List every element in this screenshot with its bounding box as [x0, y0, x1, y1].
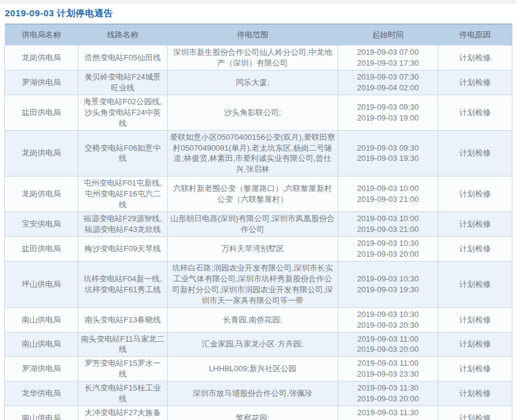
table-row: 盐田供电局梅沙变电站F09天琴线万科天琴湾别墅区2019-09-03 10:30… [5, 237, 512, 262]
reason-cell: 计划检修 [438, 381, 512, 406]
scope-cell: 深圳市新生股份合作公司仙人岭分公司,中龙地产（深圳）有限公司 [168, 46, 338, 71]
time-cell: 2019-09-03 09:302019-09-03 19:30 [338, 130, 438, 177]
end-time: 2019-09-03 20:30 [341, 320, 435, 331]
outage-table: 供电局名称 线路名称 停电范围 起始时间 停电原因 龙岗供电局浩然变电站F05仙… [4, 24, 512, 420]
table-row: 宝安供电局福源变电站F29源智线,福源变电站F43龙欣线山形朝日电器(深圳)有限… [5, 212, 512, 237]
scope-cell: 坑梓白石路;润园农业开发有限公司,深圳市长实工业气体有限公司,深圳市坑梓秀新股份… [168, 261, 338, 307]
reason-cell: 计划检修 [438, 212, 512, 237]
bureau-cell: 坪山供电局 [5, 261, 78, 307]
table-row: 龙岗供电局浩然变电站F05仙田线深圳市新生股份合作公司仙人岭分公司,中龙地产（深… [5, 46, 512, 71]
time-cell: 2019-09-03 11:002019-09-03 20:00 [338, 332, 438, 357]
end-time: 2019-09-03 19:00 [341, 113, 435, 124]
start-time: 2019-09-03 10:30 [341, 309, 435, 320]
start-time: 2019-09-03 10:30 [341, 274, 435, 284]
time-cell: 2019-09-03 10:302019-09-03 20:00 [338, 237, 438, 262]
time-cell: 2019-09-03 09:302019-09-03 19:00 [338, 95, 438, 130]
table-row: 龙岗供电局屯州变电站F01屯新线,屯州变电站F16屯六二线六联村新老围公变（黎屋… [5, 177, 512, 212]
end-time: 2019-09-03 20:00 [341, 249, 435, 260]
column-header-scope: 停电范围 [168, 24, 338, 46]
line-cell: 南头变电站F13春晓线 [78, 307, 168, 332]
top-strip [0, 0, 516, 4]
end-time: 2019-09-04 02:00 [341, 83, 435, 93]
scope-cell: 六联村新老围公变（黎屋路口）,六联黎屋新村公变（六联黎屋村） [168, 177, 338, 212]
line-cell: 罗芳变电站F15罗水一线 [78, 357, 168, 381]
end-time: 2019-09-03 19:30 [341, 153, 435, 164]
scope-cell: 深圳市放马埔股份合作公司,张佩珍 [168, 381, 338, 406]
header-row: 供电局名称 线路名称 停电范围 起始时间 停电原因 [5, 24, 512, 46]
reason-cell: 计划检修 [438, 70, 512, 95]
scope-cell: 警察花园; [168, 406, 338, 420]
line-cell: 交椅变电站F06如意中线 [78, 130, 168, 177]
table-row: 南山供电局大冲变电站F27大族备线警察花园;2019-09-03 11:3020… [5, 406, 512, 420]
end-time: 2019-09-03 21:00 [341, 194, 435, 205]
scope-cell: LHHBL009;新兴社区公园 [168, 357, 338, 381]
line-cell: 浩然变电站F05仙田线 [78, 46, 168, 71]
end-time: 2019-09-03 19:30 [341, 284, 435, 295]
line-cell: 屯州变电站F01屯新线,屯州变电站F16屯六二线 [78, 177, 168, 212]
time-cell: 2019-09-03 10:302019-09-03 19:30 [338, 261, 438, 307]
column-header-bureau: 供电局名称 [5, 24, 78, 46]
line-cell: 福源变电站F29源智线,福源变电站F43龙欣线 [78, 212, 168, 237]
table-row: 南山供电局南头变电站F13春晓线长青园,南侨花园;2019-09-03 10:3… [5, 307, 512, 332]
scope-cell: 沙头角影联公司; [168, 95, 338, 130]
bureau-cell: 盐田供电局 [5, 237, 78, 262]
column-header-line: 线路名称 [78, 24, 168, 46]
bureau-cell: 罗湖供电局 [5, 357, 78, 381]
bureau-cell: 罗湖供电局 [5, 70, 78, 95]
bureau-cell: 南山供电局 [5, 332, 78, 357]
reason-cell: 计划检修 [438, 261, 512, 307]
time-cell: 2019-09-03 07:302019-09-04 02:00 [338, 70, 438, 95]
start-time: 2019-09-03 11:00 [341, 358, 435, 369]
end-time: 2019-09-03 20:00 [341, 393, 435, 404]
table-row: 南山供电局南头变电站F11马家龙二线汇金家园,马家龙小区·方卉园;2019-09… [5, 332, 512, 357]
bureau-cell: 盐田供电局 [5, 95, 78, 130]
reason-cell: 计划检修 [438, 332, 512, 357]
time-cell: 2019-09-03 10:002019-09-03 21:00 [338, 212, 438, 237]
start-time: 2019-09-03 10:00 [341, 213, 435, 224]
time-cell: 2019-09-03 10:002019-09-03 21:00 [338, 177, 438, 212]
reason-cell: 计划检修 [438, 46, 512, 71]
bureau-cell: 龙岗供电局 [5, 46, 78, 71]
scope-cell: 同乐大厦; [168, 70, 338, 95]
end-time: 2019-09-03 17:30 [341, 58, 435, 69]
bureau-cell: 南山供电局 [5, 307, 78, 332]
line-cell: 坑梓变电站F04新一线,坑梓变电站F61秀工线 [78, 261, 168, 307]
reason-cell: 计划检修 [438, 357, 512, 381]
scope-cell: 山形朝日电器(深圳)有限公司,深圳市凤凰股份合作公司 [168, 212, 338, 237]
table-row: 龙华供电局长汽变电站F15桂工业线深圳市放马埔股份合作公司,张佩珍2019-09… [5, 381, 512, 406]
scope-cell: 爱联如意小区05070400156公变(双月),爱联田寮村05070490091… [168, 130, 338, 177]
table-row: 坪山供电局坑梓变电站F04新一线,坑梓变电站F61秀工线坑梓白石路;润园农业开发… [5, 261, 512, 307]
start-time: 2019-09-03 10:00 [341, 183, 435, 194]
reason-cell: 计划检修 [438, 130, 512, 177]
line-cell: 长汽变电站F15桂工业线 [78, 381, 168, 406]
table-row: 龙岗供电局交椅变电站F06如意中线爱联如意小区05070400156公变(双月)… [5, 130, 512, 177]
time-cell: 2019-09-03 11:302019-09-03 20:00 [338, 381, 438, 406]
page-title: 2019-09-03 计划停电通告 [5, 8, 516, 19]
time-cell: 2019-09-03 10:302019-09-03 20:30 [338, 307, 438, 332]
outage-table-header: 供电局名称 线路名称 停电范围 起始时间 停电原因 [5, 24, 512, 46]
reason-cell: 计划检修 [438, 95, 512, 130]
start-time: 2019-09-03 07:00 [341, 47, 435, 58]
reason-cell: 计划检修 [438, 237, 512, 262]
table-row: 罗湖供电局罗芳变电站F15罗水一线LHHBL009;新兴社区公园2019-09-… [5, 357, 512, 381]
line-cell: 梅沙变电站F09天琴线 [78, 237, 168, 262]
bureau-cell: 南山供电局 [5, 406, 78, 420]
outage-table-body: 龙岗供电局浩然变电站F05仙田线深圳市新生股份合作公司仙人岭分公司,中龙地产（深… [5, 46, 512, 420]
start-time: 2019-09-03 11:30 [341, 383, 435, 393]
end-time: 2019-09-03 20:00 [341, 344, 435, 355]
column-header-time: 起始时间 [338, 24, 438, 46]
line-cell: 黄贝岭变电站F24城景旺业线 [78, 70, 168, 95]
bureau-cell: 龙华供电局 [5, 381, 78, 406]
time-cell: 2019-09-03 07:002019-09-03 17:30 [338, 46, 438, 71]
start-time: 2019-09-03 11:30 [341, 407, 435, 418]
bureau-cell: 龙岗供电局 [5, 177, 78, 212]
column-header-reason: 停电原因 [438, 24, 512, 46]
table-row: 盐田供电局海景变电站F02公园线,沙头角变电站F24中英线沙头角影联公司;201… [5, 95, 512, 130]
scope-cell: 汇金家园,马家龙小区·方卉园; [168, 332, 338, 357]
start-time: 2019-09-03 11:00 [341, 334, 435, 345]
table-row: 罗湖供电局黄贝岭变电站F24城景旺业线同乐大厦;2019-09-03 07:30… [5, 70, 512, 95]
start-time: 2019-09-03 09:30 [341, 143, 435, 154]
line-cell: 南头变电站F11马家龙二线 [78, 332, 168, 357]
bureau-cell: 龙岗供电局 [5, 130, 78, 177]
start-time: 2019-09-03 10:30 [341, 238, 435, 249]
